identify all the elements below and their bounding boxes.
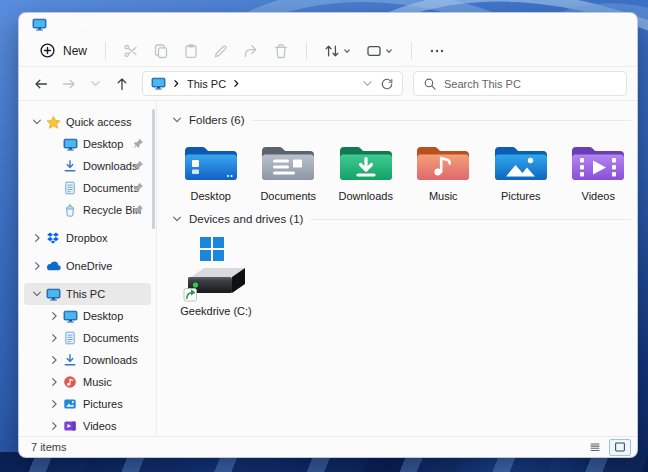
back-button[interactable] — [29, 72, 53, 96]
items-view: Folders (6) Desktop Documents Downloads … — [157, 101, 637, 436]
chevron-down-icon — [342, 46, 352, 56]
sidebar-item-dropbox[interactable]: Dropbox — [24, 227, 151, 249]
chevron-right-icon[interactable] — [47, 399, 60, 409]
desktop-background: { "window": { "title": "This PC" }, "too… — [0, 0, 648, 472]
sidebar-item-label: Documents — [83, 332, 139, 344]
up-button[interactable] — [110, 72, 134, 96]
chevron-right-icon[interactable] — [30, 261, 43, 271]
drive-icon — [183, 236, 249, 302]
large-icons-icon — [613, 440, 627, 454]
downloads-icon — [337, 137, 395, 187]
item-label: Downloads — [339, 190, 393, 202]
new-button[interactable]: New — [35, 38, 95, 63]
item-label: Music — [429, 190, 458, 202]
sidebar-item-this-pc[interactable]: This PC — [24, 283, 151, 305]
section-header-folders-6[interactable]: Folders (6) — [172, 111, 637, 129]
chevron-down-icon[interactable] — [172, 214, 182, 224]
windows-logo — [200, 237, 224, 261]
sidebar-item-recycle-bin[interactable]: Recycle Bin — [24, 199, 151, 221]
chevron-down-icon[interactable] — [172, 115, 182, 125]
delete-button[interactable] — [266, 38, 296, 64]
paste-icon — [183, 43, 199, 59]
section-header-devices-and-drives-1[interactable]: Devices and drives (1) — [172, 210, 637, 228]
breadcrumb-this-pc[interactable]: This PC — [187, 78, 226, 90]
address-dropdown-icon[interactable] — [361, 77, 374, 90]
details-view-button[interactable] — [584, 439, 606, 456]
sidebar-item-label: Videos — [83, 420, 116, 432]
item-label: Videos — [582, 190, 615, 202]
copy-icon — [153, 43, 169, 59]
arrow-up-icon — [114, 76, 130, 92]
view-toggle-group — [584, 439, 631, 456]
sidebar-item-desktop[interactable]: Desktop — [24, 133, 151, 155]
sidebar-item-label: Documents — [83, 182, 139, 194]
section-divider-line — [252, 120, 631, 121]
sidebar-item-pictures[interactable]: Pictures — [24, 393, 151, 415]
section-title: Devices and drives (1) — [189, 213, 303, 225]
navigation-pane: Quick accessDesktopDownloadsDocumentsRec… — [19, 101, 157, 436]
folder-item-videos[interactable]: Videos — [560, 137, 638, 202]
paste-button[interactable] — [176, 38, 206, 64]
sidebar-item-documents[interactable]: Documents — [24, 327, 151, 349]
content-area: Quick accessDesktopDownloadsDocumentsRec… — [19, 101, 637, 436]
chevron-right-icon[interactable] — [47, 355, 60, 365]
pictures-icon — [62, 397, 78, 411]
recent-locations-button[interactable] — [85, 73, 106, 94]
pictures-icon — [492, 137, 550, 187]
item-label: Documents — [260, 190, 316, 202]
sidebar-item-onedrive[interactable]: OneDrive — [24, 255, 151, 277]
sidebar-scrollbar[interactable] — [152, 109, 155, 229]
more-button[interactable] — [422, 38, 452, 64]
sidebar-item-music[interactable]: Music — [24, 371, 151, 393]
large-icons-view-button[interactable] — [609, 439, 631, 456]
trash-icon — [273, 43, 289, 59]
copy-button[interactable] — [146, 38, 176, 64]
music-icon — [414, 137, 472, 187]
share-button[interactable] — [236, 38, 266, 64]
chevron-right-icon[interactable] — [30, 233, 43, 243]
chevron-right-icon[interactable] — [47, 377, 60, 387]
rename-button[interactable] — [206, 38, 236, 64]
cut-button[interactable] — [116, 38, 146, 64]
chevron-down-icon[interactable] — [30, 117, 43, 127]
chevron-right-icon[interactable] — [172, 79, 181, 88]
plus-circle-icon — [39, 42, 56, 59]
drive-item-geekdrive-c[interactable]: Geekdrive (C:) — [172, 236, 260, 317]
folder-item-pictures[interactable]: Pictures — [482, 137, 560, 202]
folder-item-desktop[interactable]: Desktop — [172, 137, 250, 202]
address-bar[interactable]: This PC — [142, 71, 403, 96]
scissors-icon — [123, 43, 139, 59]
chev-down-icon — [89, 77, 102, 90]
window-title: This PC — [54, 18, 95, 30]
sidebar-item-downloads[interactable]: Downloads — [24, 349, 151, 371]
forward-button[interactable] — [57, 72, 81, 96]
chevron-down-icon[interactable] — [30, 289, 43, 299]
sidebar-item-documents[interactable]: Documents — [24, 177, 151, 199]
dots-icon — [429, 43, 445, 59]
title-bar[interactable]: This PC — [19, 13, 637, 35]
chevron-right-icon[interactable] — [47, 333, 60, 343]
folder-item-music[interactable]: Music — [405, 137, 483, 202]
sidebar-item-videos[interactable]: Videos — [24, 415, 151, 436]
sidebar-item-label: Pictures — [83, 398, 123, 410]
sidebar-item-label: Downloads — [83, 160, 137, 172]
chevron-right-icon[interactable] — [47, 421, 60, 431]
sidebar-item-label: This PC — [66, 288, 105, 300]
folder-item-documents[interactable]: Documents — [250, 137, 328, 202]
sidebar-item-label: Desktop — [83, 138, 123, 150]
refresh-icon[interactable] — [380, 77, 394, 91]
sidebar-item-desktop[interactable]: Desktop — [24, 305, 151, 327]
recycle-bin-icon — [62, 203, 78, 217]
sidebar-item-label: Desktop — [83, 310, 123, 322]
sidebar-item-downloads[interactable]: Downloads — [24, 155, 151, 177]
sort-button[interactable] — [317, 38, 359, 64]
folder-item-downloads[interactable]: Downloads — [327, 137, 405, 202]
download-icon — [62, 159, 78, 173]
search-input[interactable] — [444, 78, 617, 90]
download-icon — [62, 353, 78, 367]
chevron-right-icon[interactable] — [232, 79, 241, 88]
sidebar-item-quick-access[interactable]: Quick access — [24, 111, 151, 133]
star-icon — [45, 115, 61, 130]
chevron-right-icon[interactable] — [47, 311, 60, 321]
view-button[interactable] — [359, 38, 401, 64]
